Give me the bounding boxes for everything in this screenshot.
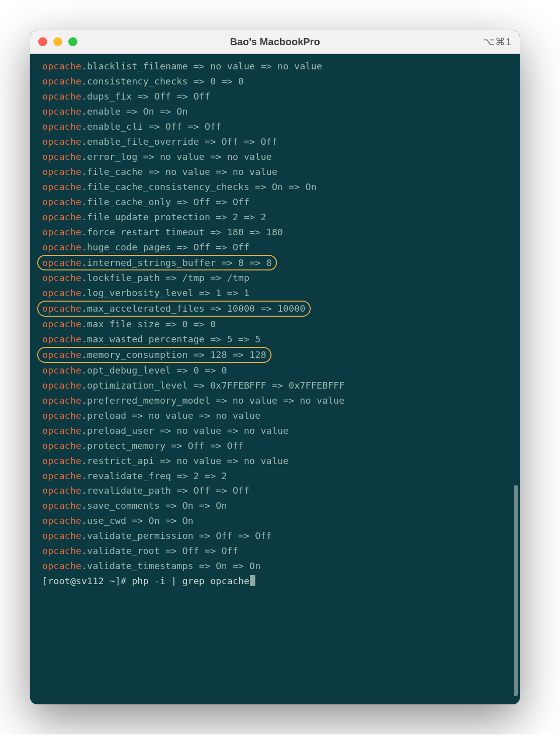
output-line: opcache.validate_timestamps => On => On [42,559,508,574]
output-line: opcache.lockfile_path => /tmp => /tmp [42,270,508,286]
output-line: opcache.dups_fix => Off => Off [42,89,508,104]
close-button[interactable] [38,37,47,46]
output-line: opcache.max_wasted_percentage => 5 => 5 [42,332,508,347]
output-line: opcache.huge_code_pages => Off => Off [42,240,508,255]
output-line: opcache.preload_user => no value => no v… [42,423,508,438]
match-keyword: opcache [42,530,81,541]
match-keyword: opcache [42,500,81,511]
output-rest: .log_verbosity_level => 1 => 1 [81,288,249,298]
output-rest: .preload_user => no value => no value [81,425,289,436]
match-keyword: opcache [42,365,81,376]
match-keyword: opcache [42,242,81,252]
output-rest: .preload => no value => no value [81,410,260,421]
output-rest: .lockfile_path => /tmp => /tmp [81,272,249,283]
terminal-window: Bao's MacbookPro ⌥⌘1 opcache.blacklist_f… [30,30,520,704]
scrollbar-track[interactable] [512,80,518,701]
match-keyword: opcache [42,561,81,571]
match-keyword: opcache [42,76,81,86]
annotation-highlight: opcache.interned_strings_buffer => 8 => … [37,255,277,271]
output-rest: .max_accelerated_files => 10000 => 10000 [81,303,306,314]
output-rest: .enable_cli => Off => Off [81,121,221,132]
match-keyword: opcache [42,106,81,117]
output-line: opcache.consistency_checks => 0 => 0 [42,74,508,89]
output-rest: .enable => On => On [81,106,188,117]
output-line: opcache.revalidate_freq => 2 => 2 [42,469,508,484]
output-line: opcache.file_cache_only => Off => Off [42,195,508,210]
match-keyword: opcache [42,440,81,451]
output-rest: .use_cwd => On => On [81,515,194,526]
output-rest: .enable_file_override => Off => Off [81,136,277,147]
output-line: opcache.save_comments => On => On [42,498,508,513]
output-rest: .protect_memory => Off => Off [81,440,244,451]
match-keyword: opcache [42,257,81,268]
output-rest: .validate_timestamps => On => On [81,561,260,571]
output-line: opcache.error_log => no value => no valu… [42,149,508,164]
output-line: opcache.enable_cli => Off => Off [42,119,508,134]
output-line: opcache.interned_strings_buffer => 8 => … [42,255,508,271]
output-rest: .restrict_api => no value => no value [81,455,289,466]
output-line: opcache.preload => no value => no value [42,408,508,423]
output-rest: .blacklist_filename => no value => no va… [81,61,322,71]
output-line: opcache.use_cwd => On => On [42,513,508,528]
output-line: opcache.enable_file_override => Off => O… [42,134,508,149]
output-rest: .max_file_size => 0 => 0 [81,319,216,329]
match-keyword: opcache [42,425,81,436]
output-rest: .error_log => no value => no value [81,151,272,162]
output-line: opcache.enable => On => On [42,104,508,119]
match-keyword: opcache [42,181,81,192]
annotation-highlight: opcache.memory_consumption => 128 => 128 [37,347,271,363]
match-keyword: opcache [42,410,81,421]
match-keyword: opcache [42,395,81,406]
traffic-lights [38,37,77,46]
prompt-line: [root@sv112 ~]# php -i | grep opcache [42,574,508,589]
match-keyword: opcache [42,334,81,344]
output-rest: .file_cache_consistency_checks => On => … [81,181,317,192]
zoom-button[interactable] [68,37,77,46]
match-keyword: opcache [42,227,81,237]
match-keyword: opcache [42,303,81,314]
match-keyword: opcache [42,349,81,360]
match-keyword: opcache [42,91,81,102]
output-line: opcache.revalidate_path => Off => Off [42,483,508,498]
titlebar[interactable]: Bao's MacbookPro ⌥⌘1 [30,30,520,54]
match-keyword: opcache [42,151,81,162]
match-keyword: opcache [42,471,81,481]
output-rest: .file_cache_only => Off => Off [81,197,249,207]
output-line: opcache.max_accelerated_files => 10000 =… [42,301,508,317]
output-rest: .consistency_checks => 0 => 0 [81,76,244,86]
match-keyword: opcache [42,272,81,283]
output-rest: .file_cache => no value => no value [81,166,277,177]
window-shortcut: ⌥⌘1 [483,36,512,48]
output-line: opcache.validate_root => Off => Off [42,543,508,559]
output-line: opcache.preferred_memory_model => no val… [42,393,508,408]
output-rest: .save_comments => On => On [81,500,227,511]
match-keyword: opcache [42,288,81,298]
match-keyword: opcache [42,545,81,556]
output-rest: .dups_fix => Off => Off [81,91,210,102]
window-title: Bao's MacbookPro [30,36,520,48]
output-rest: .memory_consumption => 128 => 128 [81,349,266,360]
output-line: opcache.restrict_api => no value => no v… [42,453,508,469]
match-keyword: opcache [42,515,81,526]
output-rest: .validate_permission => Off => Off [81,530,272,541]
output-rest: .file_update_protection => 2 => 2 [81,212,266,222]
output-line: opcache.max_file_size => 0 => 0 [42,317,508,332]
prompt-text: [root@sv112 ~]# php -i | grep opcache [42,576,249,586]
output-rest: .validate_root => Off => Off [81,545,238,556]
output-line: opcache.opt_debug_level => 0 => 0 [42,363,508,378]
cursor [250,575,255,586]
match-keyword: opcache [42,136,81,147]
scrollbar-thumb[interactable] [514,485,518,696]
output-line: opcache.force_restart_timeout => 180 => … [42,225,508,240]
output-line: opcache.file_cache_consistency_checks =>… [42,179,508,195]
output-line: opcache.file_cache => no value => no val… [42,164,508,179]
output-line: opcache.optimization_level => 0x7FFEBFFF… [42,378,508,393]
output-rest: .revalidate_freq => 2 => 2 [81,471,227,481]
terminal-content[interactable]: opcache.blacklist_filename => no value =… [30,54,520,704]
output-line: opcache.file_update_protection => 2 => 2 [42,210,508,225]
output-rest: .force_restart_timeout => 180 => 180 [81,227,283,237]
match-keyword: opcache [42,197,81,207]
output-line: opcache.log_verbosity_level => 1 => 1 [42,286,508,301]
match-keyword: opcache [42,380,81,391]
minimize-button[interactable] [53,37,62,46]
